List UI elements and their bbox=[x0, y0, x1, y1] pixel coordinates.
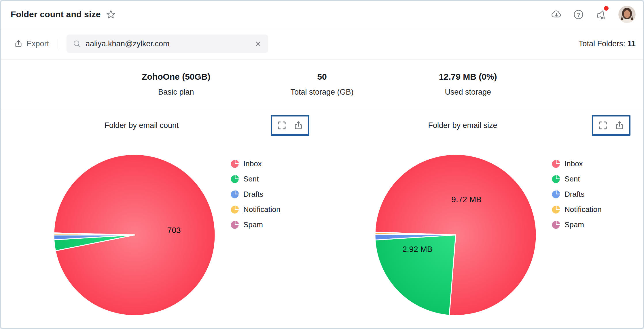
stat-used-storage-label: Used storage bbox=[395, 88, 541, 97]
legend-label: Sent bbox=[243, 175, 259, 183]
export-share-icon bbox=[14, 39, 23, 48]
stat-plan-value: ZohoOne (50GB) bbox=[103, 72, 249, 82]
search-input[interactable] bbox=[86, 39, 250, 48]
charts-area: Folder by email count bbox=[1, 109, 643, 328]
legend-label: Drafts bbox=[243, 190, 263, 199]
toolbar-divider bbox=[58, 39, 58, 49]
export-button[interactable]: Export bbox=[14, 39, 49, 48]
favorite-star-icon[interactable] bbox=[106, 9, 116, 19]
stat-used-storage-value: 12.79 MB (0%) bbox=[395, 72, 541, 82]
chart-header-email-count: Folder by email count bbox=[1, 109, 322, 137]
stat-total-storage: 50 Total storage (GB) bbox=[249, 72, 395, 97]
legend-pie-icon bbox=[230, 221, 239, 229]
legend-item-drafts[interactable]: Drafts bbox=[230, 190, 281, 199]
legend-item-drafts[interactable]: Drafts bbox=[552, 190, 602, 199]
pie-data-label: 703 bbox=[167, 226, 181, 235]
chart-body-email-count: 703 InboxSentDraftsNotificationSpam bbox=[1, 137, 322, 316]
legend-item-sent[interactable]: Sent bbox=[552, 175, 602, 183]
legend-item-sent[interactable]: Sent bbox=[230, 175, 281, 183]
fullscreen-icon[interactable] bbox=[277, 120, 287, 130]
chart-title-email-size: Folder by email size bbox=[334, 121, 592, 130]
page-title: Folder count and size bbox=[11, 9, 101, 19]
cloud-download-icon[interactable] bbox=[551, 9, 562, 19]
total-folders-label: Total Folders: bbox=[579, 39, 625, 48]
legend-item-spam[interactable]: Spam bbox=[230, 220, 281, 229]
storage-stats-row: ZohoOne (50GB) Basic plan 50 Total stora… bbox=[1, 59, 643, 109]
chart-actions-email-count bbox=[271, 115, 309, 136]
chart-actions-email-size bbox=[592, 115, 630, 136]
legend-label: Notification bbox=[243, 205, 281, 214]
legend-label: Notification bbox=[565, 205, 602, 214]
legend-item-notification[interactable]: Notification bbox=[230, 205, 281, 214]
legend-item-inbox[interactable]: Inbox bbox=[552, 159, 602, 168]
legend-item-notification[interactable]: Notification bbox=[552, 205, 602, 214]
top-bar: Folder count and size ? bbox=[1, 1, 643, 28]
clear-search-icon[interactable] bbox=[254, 40, 262, 47]
app-window: Folder count and size ? bbox=[0, 0, 644, 329]
legend-email-size: InboxSentDraftsNotificationSpam bbox=[552, 159, 602, 316]
search-icon bbox=[73, 40, 81, 48]
legend-pie-icon bbox=[230, 175, 239, 183]
stat-plan-label: Basic plan bbox=[103, 88, 249, 97]
legend-pie-icon bbox=[230, 205, 239, 214]
stat-total-storage-value: 50 bbox=[249, 72, 395, 82]
legend-pie-icon bbox=[552, 205, 560, 214]
legend-pie-icon bbox=[552, 160, 560, 168]
notification-dot bbox=[604, 6, 609, 11]
legend-pie-icon bbox=[552, 190, 560, 199]
legend-pie-icon bbox=[552, 175, 560, 183]
fullscreen-icon[interactable] bbox=[598, 120, 608, 130]
legend-label: Inbox bbox=[243, 159, 262, 168]
legend-pie-icon bbox=[552, 221, 560, 229]
announcements-icon[interactable] bbox=[595, 9, 607, 20]
svg-text:?: ? bbox=[577, 12, 580, 18]
legend-label: Spam bbox=[565, 220, 584, 229]
legend-label: Inbox bbox=[565, 159, 583, 168]
pie-chart-email-count: 703 bbox=[53, 154, 216, 316]
top-bar-actions: ? bbox=[551, 6, 636, 23]
stat-used-storage: 12.79 MB (0%) Used storage bbox=[395, 72, 541, 97]
legend-label: Sent bbox=[565, 175, 580, 183]
chart-title-email-count: Folder by email count bbox=[12, 121, 271, 130]
search-box bbox=[67, 35, 268, 53]
pie-data-label: 9.72 MB bbox=[451, 195, 481, 204]
chart-header-email-size: Folder by email size bbox=[322, 109, 643, 137]
total-folders-value: 11 bbox=[627, 39, 636, 48]
export-label: Export bbox=[26, 39, 49, 48]
legend-label: Drafts bbox=[565, 190, 584, 199]
legend-item-spam[interactable]: Spam bbox=[552, 220, 602, 229]
stat-plan: ZohoOne (50GB) Basic plan bbox=[103, 72, 249, 97]
avatar[interactable] bbox=[618, 6, 636, 23]
stat-total-storage-label: Total storage (GB) bbox=[249, 88, 395, 97]
pie-data-label: 2.92 MB bbox=[402, 245, 432, 254]
chart-export-icon[interactable] bbox=[615, 120, 624, 130]
chart-export-icon[interactable] bbox=[293, 120, 303, 130]
help-icon[interactable]: ? bbox=[573, 9, 584, 20]
legend-item-inbox[interactable]: Inbox bbox=[230, 159, 281, 168]
legend-pie-icon bbox=[230, 190, 239, 199]
chart-panel-email-size: Folder by email size bbox=[322, 109, 643, 328]
chart-panel-email-count: Folder by email count bbox=[1, 109, 322, 328]
legend-label: Spam bbox=[243, 220, 263, 229]
total-folders: Total Folders: 11 bbox=[579, 39, 636, 48]
toolbar: Export Total Folders: 11 bbox=[1, 28, 643, 59]
pie-chart-email-size: 9.72 MB2.92 MB bbox=[374, 154, 537, 316]
legend-email-count: InboxSentDraftsNotificationSpam bbox=[230, 159, 281, 316]
chart-body-email-size: 9.72 MB2.92 MB InboxSentDraftsNotificati… bbox=[322, 137, 643, 316]
legend-pie-icon bbox=[230, 160, 239, 168]
